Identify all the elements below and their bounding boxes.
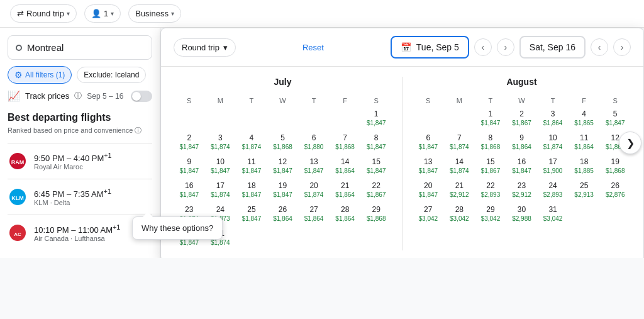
passengers-button[interactable]: 👤 1 ▾ — [84, 4, 121, 23]
cal-day-cell[interactable]: 19$1,847 — [267, 179, 299, 203]
cal-trip-button[interactable]: Round trip ▾ — [174, 38, 236, 57]
cal-day-price: $1,874 — [304, 191, 324, 199]
cal-day-cell[interactable]: 13$1,847 — [298, 155, 330, 179]
cal-empty-cell — [174, 107, 205, 131]
class-button[interactable]: Business ▾ — [128, 4, 181, 23]
cal-day-cell[interactable]: 11$1,847 — [236, 155, 267, 179]
cal-day-cell[interactable]: 25$1,847 — [236, 203, 267, 227]
return-prev-arrow[interactable]: ‹ — [591, 38, 608, 56]
cal-day-cell[interactable]: 2$1,867 — [506, 107, 538, 131]
cal-day-cell[interactable]: 3$1,864 — [537, 107, 569, 131]
right-scroll-button[interactable]: ❯ — [619, 132, 641, 154]
cal-day-cell[interactable]: 2$1,847 — [174, 131, 205, 155]
roundtrip-icon: ⇄ — [17, 9, 24, 18]
cal-empty-cell — [330, 107, 361, 131]
cal-day-cell[interactable]: 27$3,042 — [413, 203, 444, 227]
flight-item[interactable]: RAM 9:50 PM – 4:40 PM+1 Royal Air Maroc — [8, 143, 152, 179]
cal-header-cell: S — [174, 94, 205, 107]
origin-text: Montreal — [27, 42, 64, 53]
cal-day-cell[interactable]: 8$1,868 — [475, 131, 506, 155]
cal-day-cell[interactable]: 29$3,042 — [475, 203, 506, 227]
return-date-box[interactable]: Sat, Sep 16 — [519, 36, 586, 59]
cal-day-cell[interactable]: 25$2,913 — [569, 179, 600, 203]
cal-day-price: $1,900 — [543, 167, 563, 175]
cal-day-cell[interactable]: 1$1,847 — [475, 107, 506, 131]
main-area: Montreal ⚙ All filters (1) Exclude: Icel… — [0, 28, 644, 258]
flight-item[interactable]: AC 10:10 PM – 11:00 AM+1 Air Canada · Lu… — [8, 215, 152, 250]
cal-day-cell[interactable]: 9$1,864 — [506, 131, 538, 155]
track-toggle[interactable] — [131, 91, 152, 102]
cal-header-cell: T — [236, 94, 267, 107]
cal-day-cell[interactable]: 3$1,874 — [205, 131, 236, 155]
cal-day-cell[interactable]: 16$1,847 — [506, 155, 538, 179]
svg-text:AC: AC — [14, 232, 21, 237]
cal-reset-button[interactable]: Reset — [303, 43, 324, 52]
cal-day-cell[interactable]: 17$1,900 — [537, 155, 569, 179]
cal-day-cell[interactable]: 13$1,847 — [413, 155, 444, 179]
cal-day-cell[interactable]: 10$1,874 — [537, 131, 569, 155]
cal-day-cell[interactable]: 14$1,874 — [444, 155, 475, 179]
cal-day-cell[interactable]: 23$2,912 — [506, 179, 538, 203]
cal-day-cell[interactable]: 8$1,847 — [360, 131, 392, 155]
cal-header-cell: S — [360, 94, 392, 107]
cal-day-cell[interactable]: 21$1,864 — [330, 179, 361, 203]
cal-day-cell[interactable]: 10$1,847 — [205, 155, 236, 179]
cal-day-cell[interactable]: 27$1,864 — [298, 203, 330, 227]
cal-day-price: $1,864 — [304, 215, 324, 223]
departure-prev-arrow[interactable]: ‹ — [474, 38, 492, 56]
cal-day-number: 13 — [309, 157, 318, 167]
cal-divider — [402, 77, 402, 250]
cal-day-cell[interactable]: 5$1,868 — [267, 131, 299, 155]
cal-day-cell[interactable]: 28$1,864 — [330, 203, 361, 227]
cal-day-cell[interactable]: 22$2,893 — [475, 179, 506, 203]
cal-day-cell[interactable]: 31$3,042 — [537, 203, 569, 227]
cal-day-cell[interactable]: 26$2,876 — [599, 179, 631, 203]
cal-day-cell[interactable]: 7$1,868 — [330, 131, 361, 155]
search-origin[interactable]: Montreal — [8, 35, 152, 60]
cal-day-cell[interactable]: 24$2,893 — [537, 179, 569, 203]
exclude-chip[interactable]: Exclude: Iceland — [77, 67, 146, 83]
cal-day-price: $1,864 — [574, 143, 594, 151]
roundtrip-button[interactable]: ⇄ Round trip ▾ — [10, 4, 77, 23]
cal-day-cell[interactable]: 1$1,847 — [360, 107, 392, 131]
cal-day-cell[interactable]: 15$1,867 — [475, 155, 506, 179]
cal-day-number: 15 — [486, 157, 494, 167]
cal-day-cell[interactable]: 7$1,874 — [444, 131, 475, 155]
cal-day-cell[interactable]: 14$1,864 — [330, 155, 361, 179]
class-label: Business — [135, 9, 169, 18]
cal-day-cell[interactable]: 5$1,847 — [599, 107, 631, 131]
departure-next-arrow[interactable]: › — [497, 38, 514, 56]
cal-day-cell[interactable]: 19$1,868 — [599, 155, 631, 179]
cal-day-cell[interactable]: 22$1,867 — [360, 179, 392, 203]
cal-day-price: $1,847 — [179, 239, 199, 247]
cal-day-cell[interactable]: 12$1,847 — [267, 155, 299, 179]
cal-day-cell[interactable]: 4$1,874 — [236, 131, 267, 155]
class-chevron: ▾ — [171, 10, 174, 17]
cal-day-cell[interactable]: 20$1,847 — [413, 179, 444, 203]
cal-day-cell[interactable]: 9$1,847 — [174, 155, 205, 179]
cal-day-price: $1,874 — [450, 143, 469, 151]
cal-day-cell[interactable]: 6$1,880 — [298, 131, 330, 155]
cal-day-price: $3,042 — [450, 215, 469, 223]
cal-day-cell[interactable]: 26$1,864 — [267, 203, 299, 227]
cal-day-cell[interactable]: 21$2,912 — [444, 179, 475, 203]
cal-day-cell[interactable]: 18$1,847 — [236, 179, 267, 203]
cal-day-cell[interactable]: 29$1,868 — [360, 203, 392, 227]
cal-day-number: 7 — [457, 133, 462, 143]
cal-day-cell[interactable]: 28$3,042 — [444, 203, 475, 227]
flight-item[interactable]: KLM 6:45 PM – 7:35 AM+1 KLM · Delta — [8, 179, 152, 215]
cal-day-cell[interactable]: 16$1,847 — [174, 179, 205, 203]
cal-day-cell[interactable]: 6$1,847 — [413, 131, 444, 155]
cal-day-cell[interactable]: 17$1,874 — [205, 179, 236, 203]
cal-day-cell[interactable]: 20$1,874 — [298, 179, 330, 203]
cal-day-price: $1,847 — [273, 167, 292, 175]
flight-list: RAM 9:50 PM – 4:40 PM+1 Royal Air Maroc … — [8, 143, 152, 250]
cal-day-cell[interactable]: 4$1,865 — [569, 107, 600, 131]
departure-date-box[interactable]: 📅 Tue, Sep 5 — [391, 36, 469, 59]
cal-day-cell[interactable]: 11$1,864 — [569, 131, 600, 155]
cal-day-cell[interactable]: 18$1,885 — [569, 155, 600, 179]
return-next-arrow[interactable]: › — [613, 38, 631, 56]
cal-day-cell[interactable]: 30$2,988 — [506, 203, 538, 227]
cal-day-cell[interactable]: 15$1,847 — [360, 155, 392, 179]
all-filters-chip[interactable]: ⚙ All filters (1) — [8, 66, 72, 84]
